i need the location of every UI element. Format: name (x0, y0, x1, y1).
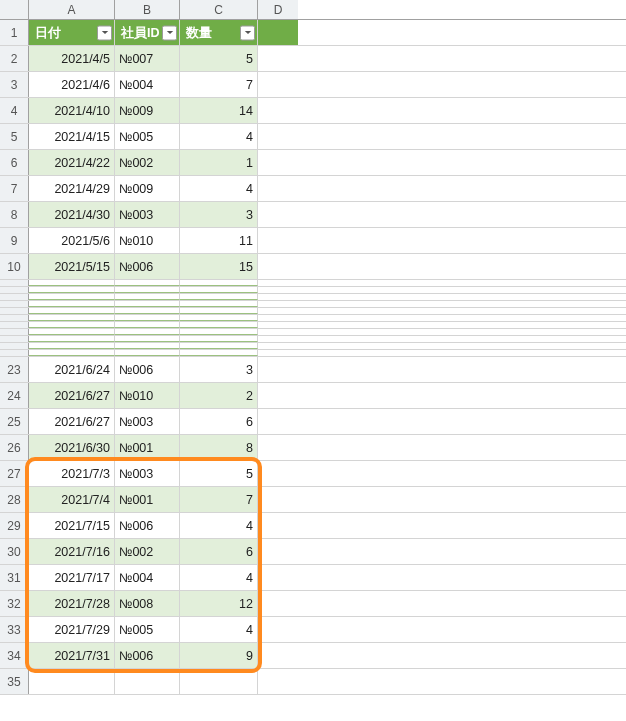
cell-date[interactable]: 2021/7/16 (29, 539, 115, 564)
row-header[interactable] (0, 287, 29, 293)
cell-employee-id[interactable]: №001 (115, 435, 180, 460)
cell-empty[interactable] (180, 308, 258, 314)
cell-empty[interactable] (115, 669, 180, 694)
cell-quantity[interactable]: 12 (180, 591, 258, 616)
cell-empty[interactable] (258, 322, 298, 328)
cell-empty[interactable] (29, 308, 115, 314)
cell-employee-id[interactable]: №008 (115, 591, 180, 616)
header-quantity[interactable]: 数量 (180, 20, 258, 45)
cell-employee-id[interactable]: №002 (115, 539, 180, 564)
cell-empty[interactable] (29, 287, 115, 293)
row-header[interactable]: 33 (0, 617, 29, 642)
row-header[interactable]: 4 (0, 98, 29, 123)
row-header[interactable]: 27 (0, 461, 29, 486)
row-header[interactable]: 29 (0, 513, 29, 538)
cell-quantity[interactable]: 4 (180, 124, 258, 149)
cell-empty[interactable] (115, 301, 180, 307)
spreadsheet[interactable]: A B C D 1 日付 社員ID 数量 22021/4/5№007532021… (0, 0, 626, 695)
cell-empty[interactable] (115, 280, 180, 286)
cell-employee-id[interactable]: №005 (115, 124, 180, 149)
cell-empty[interactable] (258, 98, 298, 123)
cell-date[interactable]: 2021/5/6 (29, 228, 115, 253)
row-header[interactable] (0, 301, 29, 307)
cell-quantity[interactable]: 5 (180, 461, 258, 486)
cell-quantity[interactable]: 15 (180, 254, 258, 279)
cell-empty[interactable] (29, 301, 115, 307)
cell-empty[interactable] (258, 435, 298, 460)
cell-quantity[interactable]: 4 (180, 513, 258, 538)
cell-empty[interactable] (115, 350, 180, 356)
cell-quantity[interactable]: 3 (180, 357, 258, 382)
cell-empty[interactable] (258, 202, 298, 227)
cell-date[interactable]: 2021/7/31 (29, 643, 115, 668)
row-header[interactable]: 25 (0, 409, 29, 434)
cell-empty[interactable] (29, 315, 115, 321)
row-header[interactable]: 2 (0, 46, 29, 71)
filter-button-employee-id[interactable] (162, 25, 177, 40)
cell-empty[interactable] (258, 254, 298, 279)
cell-empty[interactable] (258, 617, 298, 642)
row-header[interactable]: 10 (0, 254, 29, 279)
cell-D1[interactable] (258, 20, 298, 45)
cell-empty[interactable] (258, 539, 298, 564)
cell-quantity[interactable]: 6 (180, 409, 258, 434)
row-header[interactable]: 26 (0, 435, 29, 460)
cell-quantity[interactable]: 9 (180, 643, 258, 668)
cell-empty[interactable] (115, 343, 180, 349)
cell-date[interactable]: 2021/7/15 (29, 513, 115, 538)
cell-date[interactable]: 2021/4/22 (29, 150, 115, 175)
row-header[interactable]: 28 (0, 487, 29, 512)
cell-empty[interactable] (180, 287, 258, 293)
cell-quantity[interactable]: 3 (180, 202, 258, 227)
cell-empty[interactable] (258, 669, 298, 694)
row-header[interactable] (0, 350, 29, 356)
cell-empty[interactable] (180, 669, 258, 694)
cell-empty[interactable] (180, 350, 258, 356)
cell-empty[interactable] (258, 287, 298, 293)
cell-employee-id[interactable]: №006 (115, 513, 180, 538)
cell-date[interactable]: 2021/4/29 (29, 176, 115, 201)
cell-empty[interactable] (258, 228, 298, 253)
select-all-corner[interactable] (0, 0, 29, 19)
header-employee-id[interactable]: 社員ID (115, 20, 180, 45)
cell-employee-id[interactable]: №009 (115, 176, 180, 201)
cell-empty[interactable] (258, 643, 298, 668)
cell-empty[interactable] (180, 329, 258, 335)
cell-empty[interactable] (115, 308, 180, 314)
cell-empty[interactable] (180, 315, 258, 321)
cell-date[interactable]: 2021/6/24 (29, 357, 115, 382)
col-header-D[interactable]: D (258, 0, 298, 19)
cell-empty[interactable] (258, 513, 298, 538)
cell-empty[interactable] (258, 294, 298, 300)
cell-date[interactable]: 2021/7/3 (29, 461, 115, 486)
cell-empty[interactable] (258, 301, 298, 307)
cell-quantity[interactable]: 6 (180, 539, 258, 564)
cell-empty[interactable] (180, 336, 258, 342)
row-header[interactable]: 3 (0, 72, 29, 97)
cell-date[interactable]: 2021/6/27 (29, 409, 115, 434)
cell-employee-id[interactable]: №003 (115, 202, 180, 227)
header-date[interactable]: 日付 (29, 20, 115, 45)
cell-quantity[interactable]: 4 (180, 176, 258, 201)
col-header-B[interactable]: B (115, 0, 180, 19)
cell-empty[interactable] (258, 124, 298, 149)
cell-empty[interactable] (29, 336, 115, 342)
cell-empty[interactable] (115, 287, 180, 293)
row-header[interactable]: 5 (0, 124, 29, 149)
cell-date[interactable]: 2021/4/30 (29, 202, 115, 227)
cell-empty[interactable] (29, 350, 115, 356)
cell-empty[interactable] (258, 350, 298, 356)
row-header[interactable] (0, 343, 29, 349)
cell-empty[interactable] (180, 294, 258, 300)
row-header[interactable]: 32 (0, 591, 29, 616)
cell-employee-id[interactable]: №005 (115, 617, 180, 642)
cell-date[interactable]: 2021/4/15 (29, 124, 115, 149)
cell-employee-id[interactable]: №001 (115, 487, 180, 512)
cell-empty[interactable] (258, 357, 298, 382)
cell-empty[interactable] (258, 308, 298, 314)
cell-employee-id[interactable]: №002 (115, 150, 180, 175)
cell-date[interactable]: 2021/7/28 (29, 591, 115, 616)
cell-empty[interactable] (115, 322, 180, 328)
cell-quantity[interactable]: 5 (180, 46, 258, 71)
cell-empty[interactable] (258, 72, 298, 97)
